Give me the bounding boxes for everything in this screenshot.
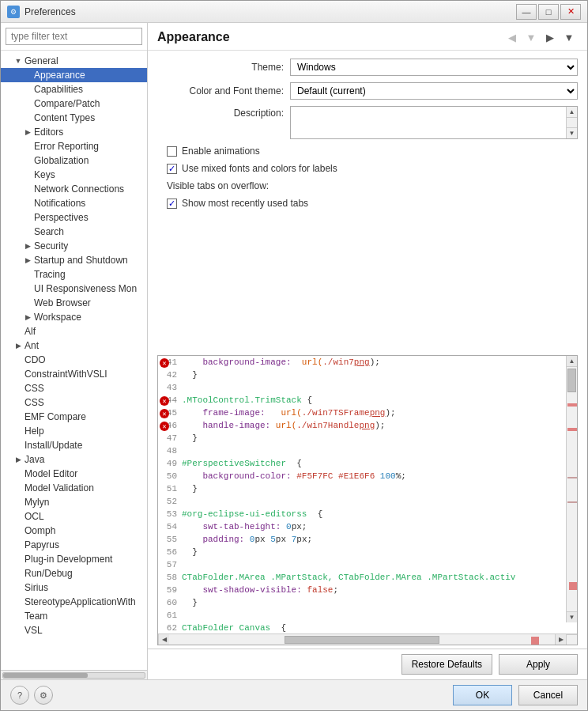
- sidebar-item-globalization[interactable]: Globalization: [1, 153, 147, 168]
- maximize-button[interactable]: □: [538, 4, 559, 20]
- cancel-button[interactable]: Cancel: [518, 685, 578, 705]
- line-code-54: swt-tab-height: 0px;: [182, 522, 563, 531]
- sidebar-item-ant[interactable]: ▶Ant: [1, 338, 147, 353]
- sidebar-item-help[interactable]: Help: [1, 424, 147, 438]
- filter-input[interactable]: [6, 28, 142, 45]
- sidebar-item-stereotype-app[interactable]: StereotypeApplicationWith: [1, 595, 147, 609]
- nav-back-dropdown[interactable]: ▼: [522, 29, 540, 45]
- sidebar-item-model-validation[interactable]: Model Validation: [1, 481, 147, 495]
- sidebar-item-cdo[interactable]: CDO: [1, 353, 147, 367]
- sidebar-item-tracing[interactable]: Tracing: [1, 267, 147, 282]
- sidebar-item-startup-shutdown[interactable]: ▶Startup and Shutdown: [1, 253, 147, 267]
- sidebar-label-papyrus: Papyrus: [24, 539, 59, 550]
- use-mixed-fonts-checkbox[interactable]: ✓: [167, 164, 177, 174]
- code-hscrollbar[interactable]: ◀ ▶: [158, 633, 577, 645]
- code-line-61: 61: [158, 611, 564, 623]
- hscroll-left[interactable]: ◀: [158, 634, 169, 645]
- code-line-47: 47 }: [158, 433, 564, 446]
- line-number-41: ✕41: [160, 357, 182, 367]
- line-number-50: 50: [160, 471, 182, 481]
- sidebar-item-sirius[interactable]: Sirius: [1, 581, 147, 595]
- apply-button[interactable]: Apply: [499, 654, 578, 675]
- line-number-55: 55: [160, 535, 182, 544]
- color-font-select[interactable]: Default (current)DarkLight: [290, 82, 578, 100]
- desc-scroll-down[interactable]: ▼: [567, 127, 577, 138]
- sidebar-item-security[interactable]: ▶Security: [1, 239, 147, 253]
- code-vscrollbar[interactable]: ▲ ▼: [566, 356, 577, 622]
- sidebar-item-java[interactable]: ▶Java: [1, 452, 147, 467]
- sidebar-label-compare-patch: Compare/Patch: [34, 98, 100, 109]
- code-text[interactable]: ✕41 background-image: url(./win7png);42 …: [158, 356, 577, 633]
- sidebar-item-run-debug[interactable]: Run/Debug: [1, 566, 147, 581]
- h-scroll-thumb: [3, 673, 88, 678]
- sidebar-item-team[interactable]: Team: [1, 609, 147, 623]
- hscroll-right[interactable]: ▶: [555, 634, 566, 645]
- line-number-46: ✕46: [160, 421, 182, 430]
- sidebar-item-ocl[interactable]: OCL: [1, 509, 147, 524]
- theme-select[interactable]: WindowsClassicGTK: [290, 59, 578, 76]
- show-recent-tabs-checkbox[interactable]: ✓: [167, 199, 177, 209]
- theme-label: Theme:: [157, 62, 284, 73]
- line-code-58: CTabFolder.MArea .MPartStack, CTabFolder…: [182, 573, 563, 582]
- sidebar-item-mylyn[interactable]: Mylyn: [1, 495, 147, 509]
- sidebar-item-vsl[interactable]: VSL: [1, 623, 147, 637]
- sidebar-item-workspace[interactable]: ▶Workspace: [1, 310, 147, 324]
- sidebar-item-editors[interactable]: ▶Editors: [1, 125, 147, 139]
- sidebar-item-compare-patch[interactable]: Compare/Patch: [1, 96, 147, 111]
- sidebar-label-oomph: Oomph: [24, 525, 55, 536]
- nav-forward-button[interactable]: ▶: [541, 29, 559, 45]
- tree-expander-constraint-with-vsli: [13, 369, 23, 379]
- sidebar-item-model-editor[interactable]: Model Editor: [1, 467, 147, 481]
- vscroll-down[interactable]: ▼: [567, 611, 577, 622]
- sidebar-item-constraint-with-vsli[interactable]: ConstraintWithVSLI: [1, 367, 147, 381]
- nav-forward-dropdown[interactable]: ▼: [560, 29, 578, 45]
- error-marker-44: ✕: [160, 396, 169, 406]
- sidebar-item-keys[interactable]: Keys: [1, 168, 147, 182]
- panel-header: Appearance ◀ ▼ ▶ ▼: [148, 23, 587, 51]
- vscroll-up[interactable]: ▲: [567, 356, 577, 367]
- close-button[interactable]: ✕: [560, 4, 581, 20]
- sidebar-item-network-connections[interactable]: Network Connections: [1, 182, 147, 196]
- sidebar-item-ui-responsiveness[interactable]: UI Responsiveness Mon: [1, 282, 147, 296]
- sidebar-item-oomph[interactable]: Oomph: [1, 524, 147, 538]
- sidebar-item-css1[interactable]: CSS: [1, 381, 147, 395]
- tree-expander-sirius: [13, 583, 23, 592]
- sidebar-item-error-reporting[interactable]: Error Reporting: [1, 139, 147, 153]
- sidebar-label-capabilities: Capabilities: [34, 84, 83, 95]
- desc-scroll-up[interactable]: ▲: [567, 107, 577, 118]
- sidebar-scrollbar[interactable]: [1, 670, 147, 679]
- line-code-53: #org-eclipse-ui-editorss {: [182, 509, 563, 519]
- sidebar-label-alf: Alf: [24, 326, 36, 337]
- sidebar-item-general[interactable]: ▼General: [1, 54, 147, 68]
- line-number-54: 54: [160, 522, 182, 531]
- sidebar-item-plugin-in-dev[interactable]: Plug-in Development: [1, 552, 147, 566]
- minimize-button[interactable]: —: [516, 4, 537, 20]
- tree-expander-workspace: ▶: [23, 312, 32, 322]
- tree-expander-appearance: [23, 70, 32, 80]
- scroll-error-marker-3: [567, 477, 577, 478]
- sidebar-item-alf[interactable]: Alf: [1, 324, 147, 338]
- sidebar-item-perspectives[interactable]: Perspectives: [1, 210, 147, 225]
- sidebar-item-web-browser[interactable]: Web Browser: [1, 296, 147, 310]
- ok-button[interactable]: OK: [453, 685, 512, 705]
- sidebar-item-search[interactable]: Search: [1, 225, 147, 239]
- line-number-43: 43: [160, 383, 182, 392]
- sidebar-item-capabilities[interactable]: Capabilities: [1, 82, 147, 96]
- tree-expander-plugin-in-dev: [13, 554, 23, 564]
- sidebar-item-content-types[interactable]: Content Types: [1, 111, 147, 125]
- sidebar-item-install-update[interactable]: Install/Update: [1, 438, 147, 452]
- help-button[interactable]: ?: [10, 686, 29, 705]
- line-number-42: 42: [160, 370, 182, 380]
- sidebar-label-plugin-in-dev: Plug-in Development: [24, 554, 112, 565]
- sidebar-item-notifications[interactable]: Notifications: [1, 196, 147, 210]
- settings-icon-button[interactable]: ⚙: [34, 686, 53, 705]
- restore-defaults-button[interactable]: Restore Defaults: [401, 654, 492, 675]
- sidebar-item-appearance[interactable]: Appearance: [1, 68, 147, 82]
- sidebar-item-papyrus[interactable]: Papyrus: [1, 538, 147, 552]
- enable-animations-checkbox[interactable]: [167, 146, 177, 157]
- sidebar-item-css2[interactable]: CSS: [1, 395, 147, 410]
- tree-expander-content-types: [23, 113, 32, 123]
- nav-back-button[interactable]: ◀: [503, 29, 521, 45]
- color-font-select-wrapper: Default (current)DarkLight: [290, 82, 578, 100]
- sidebar-item-emf-compare[interactable]: EMF Compare: [1, 410, 147, 424]
